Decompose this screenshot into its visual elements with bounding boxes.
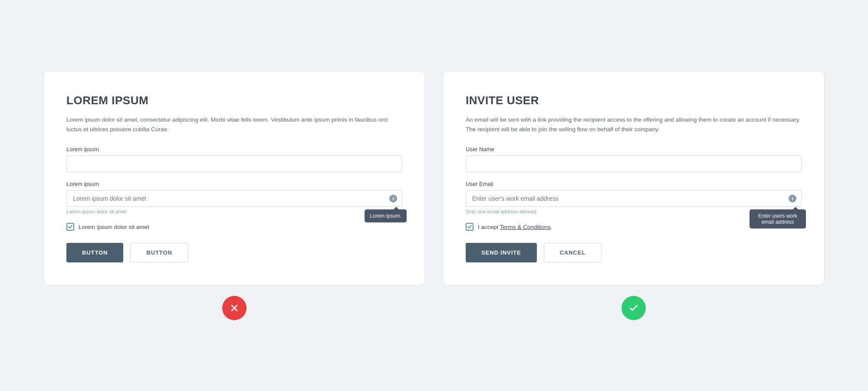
right-field2-group: User Email i Enter users work email addr…	[466, 181, 802, 214]
right-field2-label: User Email	[466, 181, 802, 187]
right-checkbox-icon[interactable]	[466, 223, 473, 231]
right-badge	[621, 296, 646, 320]
right-field2-input-wrapper: i Enter users work email address	[466, 190, 802, 207]
left-field1-input[interactable]	[66, 156, 402, 172]
left-field2-tooltip: Lorem ipsum.	[365, 209, 407, 222]
right-field2-tooltip: Enter users work email address	[750, 209, 806, 229]
left-card: LOREM IPSUM Lorem ipsum dolor sit amet, …	[43, 71, 425, 285]
right-field2-input[interactable]	[466, 190, 802, 207]
left-checkbox-icon[interactable]	[66, 223, 74, 231]
right-card-description: An email will be sent with a link provid…	[466, 115, 802, 134]
left-field2-hint: Lorem ipsum dolor sit amet	[66, 209, 402, 214]
right-field2-info-icon[interactable]: i	[789, 195, 796, 202]
left-button-row: BUTTON BUTTON	[66, 243, 402, 262]
right-field1-input[interactable]	[466, 156, 802, 172]
right-field1-group: User Name	[466, 146, 802, 172]
left-field2-info-icon[interactable]: i	[389, 195, 397, 202]
left-card-description: Lorem ipsum dolor sit amet, consectetur …	[66, 115, 402, 134]
left-field2-label: Lorem ipsum	[66, 181, 402, 187]
left-secondary-button[interactable]: BUTTON	[130, 243, 188, 262]
left-field2-group: Lorem ipsum i Lorem ipsum. Lorem ipsum d…	[66, 181, 402, 214]
left-checkbox-row: Lorem ipsum dolor sit amet	[66, 223, 402, 231]
right-button-row: SEND INVITE CANCEL	[466, 243, 802, 262]
right-field1-label: User Name	[466, 146, 802, 152]
left-primary-button[interactable]: BUTTON	[66, 243, 123, 262]
right-panel-wrapper: INVITE USER An email will be sent with a…	[443, 71, 825, 320]
left-field2-input[interactable]	[66, 190, 402, 207]
left-field2-input-wrapper: i Lorem ipsum.	[66, 190, 402, 207]
left-panel-wrapper: LOREM IPSUM Lorem ipsum dolor sit amet, …	[43, 71, 425, 320]
cancel-button[interactable]: CANCEL	[544, 243, 602, 262]
send-invite-button[interactable]: SEND INVITE	[466, 243, 537, 262]
left-card-title: LOREM IPSUM	[66, 94, 402, 107]
left-field1-label: Lorem ipsum	[66, 146, 402, 152]
right-card: INVITE USER An email will be sent with a…	[443, 71, 825, 285]
terms-link[interactable]: Terms & Conditions	[500, 224, 551, 230]
left-badge	[222, 296, 247, 320]
right-checkbox-label: I accept Terms & Conditions.	[478, 224, 552, 230]
left-field1-group: Lorem ipsum	[66, 146, 402, 172]
page-wrapper: LOREM IPSUM Lorem ipsum dolor sit amet, …	[43, 71, 825, 320]
right-card-title: INVITE USER	[466, 94, 802, 107]
left-checkbox-label: Lorem ipsum dolor sit amet	[79, 224, 149, 230]
